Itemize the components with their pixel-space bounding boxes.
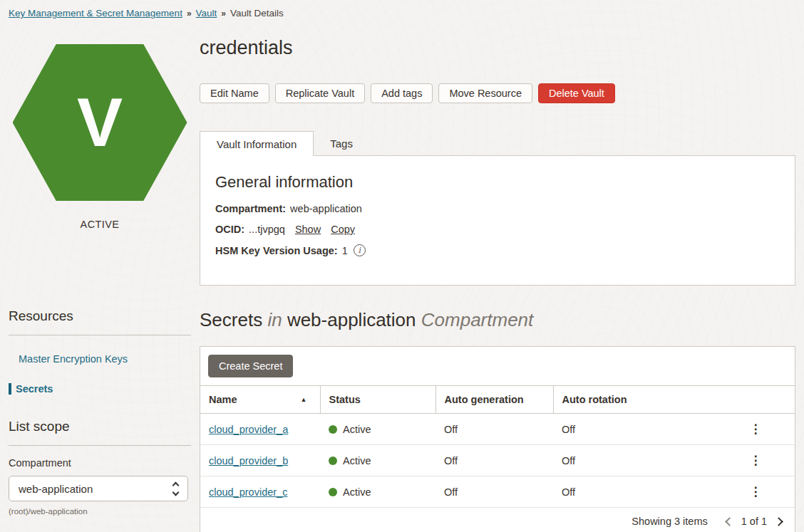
secrets-table-card: Create Secret Name ▲ Status Auto generat… [200, 346, 795, 532]
secret-link-cloud-provider-c[interactable]: cloud_provider_c [209, 486, 287, 498]
status-active-icon [329, 457, 337, 465]
replicate-vault-button[interactable]: Replicate Vault [275, 83, 365, 103]
row-actions-kebab-icon[interactable]: ⋮ [744, 422, 768, 437]
ocid-copy-link[interactable]: Copy [331, 224, 355, 235]
main-content: credentials Edit Name Replicate Vault Ad… [200, 24, 795, 532]
divider [9, 335, 191, 335]
secrets-table: Name ▲ Status Auto generation Auto rotat… [200, 385, 795, 508]
ocid-show-link[interactable]: Show [295, 224, 321, 235]
page-indicator: 1 of 1 [741, 516, 767, 527]
auto-rotation-value: Off [553, 476, 716, 508]
auto-generation-value: Off [436, 476, 553, 508]
row-actions-kebab-icon[interactable]: ⋮ [744, 453, 768, 468]
secrets-section-heading: Secrets in web-application Compartment [200, 309, 795, 331]
compartment-path: (root)/web-application [9, 507, 191, 516]
row-actions-kebab-icon[interactable]: ⋮ [744, 484, 768, 499]
status-active-icon [329, 488, 337, 496]
breadcrumb-current: Vault Details [230, 8, 284, 19]
table-footer: Showing 3 items 1 of 1 [200, 508, 795, 532]
in-word: in [267, 309, 282, 330]
compartment-name: web-application [287, 309, 416, 330]
select-chevrons-icon [173, 483, 178, 495]
vault-initial: V [77, 88, 123, 157]
column-header-auto-rotation: Auto rotation [553, 386, 795, 414]
secret-link-cloud-provider-b[interactable]: cloud_provider_b [209, 455, 288, 466]
action-buttons: Edit Name Replicate Vault Add tags Move … [200, 83, 795, 103]
general-information-heading: General information [215, 173, 780, 192]
secret-link-cloud-provider-a[interactable]: cloud_provider_a [209, 424, 288, 435]
list-scope-heading: List scope [9, 419, 191, 434]
table-header-row: Name ▲ Status Auto generation Auto rotat… [200, 386, 795, 414]
auto-rotation-value: Off [553, 414, 716, 445]
previous-page-icon[interactable] [725, 517, 734, 526]
column-header-status: Status [320, 386, 436, 414]
status-text: Active [343, 424, 371, 435]
create-secret-button[interactable]: Create Secret [208, 355, 293, 377]
page-title: credentials [200, 37, 795, 59]
compartment-label: Compartment [9, 457, 191, 469]
breadcrumb: Key Management & Secret Management»Vault… [0, 0, 804, 24]
table-row: cloud_provider_a Active Off Off ⋮ [200, 414, 795, 445]
breadcrumb-link-vault[interactable]: Vault [196, 8, 217, 19]
add-tags-button[interactable]: Add tags [371, 83, 433, 103]
resources-heading: Resources [9, 308, 191, 324]
auto-rotation-value: Off [553, 445, 716, 476]
sort-ascending-icon: ▲ [301, 396, 307, 403]
edit-name-button[interactable]: Edit Name [200, 83, 269, 103]
column-header-auto-generation: Auto generation [436, 386, 553, 414]
ocid-row: OCID: ...tjvpgq Show Copy [215, 224, 780, 235]
breadcrumb-separator: » [187, 9, 192, 19]
hsm-usage-label: HSM Key Version Usage: [215, 245, 338, 256]
breadcrumb-link-kms[interactable]: Key Management & Secret Management [9, 8, 182, 19]
vault-information-panel: General information Compartment: web-app… [200, 155, 795, 286]
compartment-field-label: Compartment: [215, 203, 286, 214]
tab-tags[interactable]: Tags [314, 131, 369, 155]
tab-vault-information[interactable]: Vault Information [200, 131, 314, 156]
sidebar: V ACTIVE Resources Master Encryption Key… [0, 24, 200, 532]
column-header-name[interactable]: Name ▲ [200, 386, 320, 414]
divider [9, 445, 191, 446]
vault-hexagon-icon: V [13, 44, 187, 201]
info-icon[interactable]: i [354, 244, 366, 256]
compartment-selected-value: web-application [19, 483, 93, 495]
table-row: cloud_provider_b Active Off Off ⋮ [200, 445, 795, 476]
compartment-field-value: web-application [290, 203, 362, 214]
compartment-select[interactable]: web-application [9, 476, 188, 501]
ocid-field-value: ...tjvpgq [249, 224, 285, 235]
auto-generation-value: Off [436, 414, 553, 445]
compartment-row: Compartment: web-application [215, 203, 780, 214]
hsm-usage-row: HSM Key Version Usage: 1 i [215, 244, 780, 256]
hsm-usage-value: 1 [342, 245, 348, 256]
sidebar-item-secrets[interactable]: Secrets [9, 383, 191, 395]
status-text: Active [343, 455, 371, 466]
sidebar-item-master-encryption-keys[interactable]: Master Encryption Keys [9, 353, 191, 365]
breadcrumb-separator: » [221, 9, 226, 19]
ocid-field-label: OCID: [215, 224, 244, 235]
vault-status-label: ACTIVE [9, 219, 191, 230]
next-page-icon[interactable] [774, 517, 783, 526]
status-active-icon [329, 425, 337, 434]
table-toolbar: Create Secret [200, 347, 795, 385]
showing-items-label: Showing 3 items [632, 516, 707, 527]
delete-vault-button[interactable]: Delete Vault [538, 83, 615, 103]
status-text: Active [343, 486, 371, 498]
name-header-label: Name [209, 394, 237, 405]
tab-bar: Vault Information Tags [200, 131, 795, 155]
secrets-word: Secrets [200, 309, 262, 330]
table-row: cloud_provider_c Active Off Off ⋮ [200, 476, 795, 508]
pagination: 1 of 1 [726, 516, 782, 527]
auto-generation-value: Off [436, 445, 553, 476]
compartment-word: Compartment [421, 309, 534, 330]
move-resource-button[interactable]: Move Resource [438, 83, 532, 103]
